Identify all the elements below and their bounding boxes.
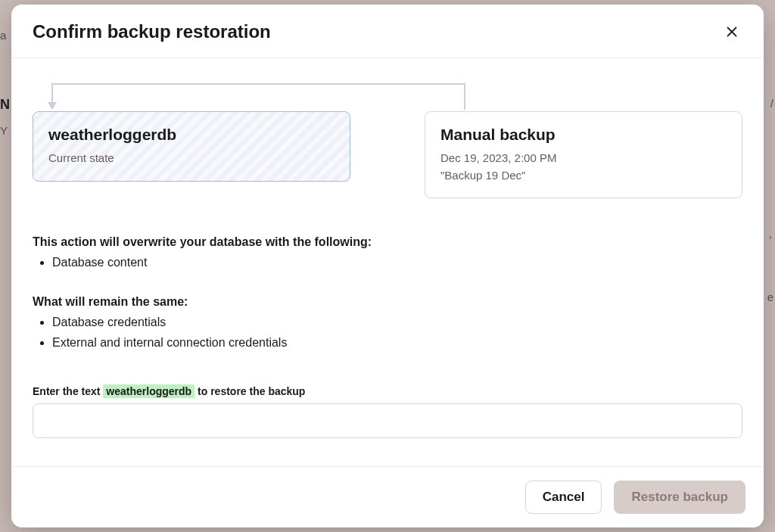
modal-header: Confirm backup restoration [11, 5, 764, 58]
confirm-highlight-text: weatherloggerdb [103, 384, 195, 398]
backup-timestamp: Dec 19, 2023, 2:00 PM [440, 151, 556, 164]
overwrite-heading: This action will overwrite your database… [33, 235, 742, 249]
remain-item: External and internal connection credent… [52, 332, 742, 353]
modal-footer: Cancel Restore backup [11, 466, 764, 527]
cancel-button[interactable]: Cancel [525, 481, 602, 514]
confirm-suffix: to restore the backup [198, 385, 305, 397]
backup-card: Manual backup Dec 19, 2023, 2:00 PM "Bac… [425, 111, 742, 198]
current-state-card: weatherloggerdb Current state [33, 111, 350, 182]
remain-item: Database credentials [52, 312, 742, 332]
remain-heading: What will remain the same: [33, 295, 742, 309]
restore-arrow-icon [45, 79, 468, 114]
current-db-name: weatherloggerdb [48, 126, 335, 144]
backup-name: "Backup 19 Dec" [440, 169, 525, 182]
confirm-prefix: Enter the text [33, 385, 103, 397]
backup-type-label: Manual backup [440, 126, 727, 144]
backup-details: Dec 19, 2023, 2:00 PM "Backup 19 Dec" [440, 150, 727, 184]
confirm-restore-modal: Confirm backup restoration weatherlogger… [11, 5, 764, 527]
current-state-label: Current state [48, 150, 335, 167]
overwrite-list: Database content [33, 252, 742, 272]
modal-body: weatherloggerdb Current state Manual bac… [11, 58, 764, 466]
confirm-input[interactable] [33, 403, 742, 438]
overwrite-item: Database content [52, 252, 742, 272]
confirm-instruction: Enter the text weatherloggerdb to restor… [33, 385, 742, 397]
close-button[interactable] [721, 21, 742, 42]
restore-backup-button[interactable]: Restore backup [614, 481, 745, 514]
restore-diagram: weatherloggerdb Current state Manual bac… [33, 79, 742, 208]
modal-title: Confirm backup restoration [33, 21, 271, 42]
page-background: a N Y / , e Confirm backup restoration w… [0, 0, 775, 532]
remain-list: Database credentials External and intern… [33, 312, 742, 353]
close-icon [726, 26, 738, 38]
